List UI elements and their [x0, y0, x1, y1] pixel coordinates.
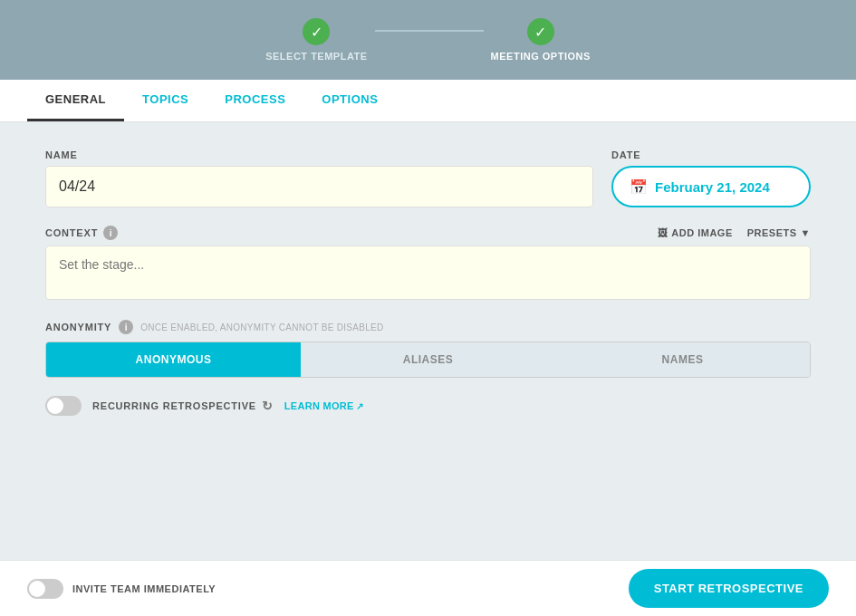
- main-content: NAME DATE 📅 February 21, 2024 CONTEXT i …: [0, 122, 856, 557]
- anon-option-anonymous[interactable]: ANONYMOUS: [46, 342, 301, 377]
- context-textarea[interactable]: [45, 245, 811, 300]
- footer: INVITE TEAM IMMEDIATELY START RETROSPECT…: [0, 560, 856, 616]
- step-1-check-icon: ✓: [311, 24, 322, 41]
- step-2-label: MEETING OPTIONS: [491, 51, 591, 62]
- presets-button[interactable]: PRESETS ▼: [747, 227, 811, 238]
- anonymity-label: ANONYMITY: [45, 322, 111, 332]
- name-input[interactable]: [45, 166, 593, 207]
- step-2: ✓ MEETING OPTIONS: [491, 18, 591, 62]
- anon-option-names[interactable]: NAMES: [555, 342, 810, 377]
- calendar-icon: 📅: [630, 178, 648, 196]
- step-2-circle: ✓: [527, 18, 554, 45]
- step-container: ✓ SELECT TEMPLATE ✓ MEETING OPTIONS: [265, 18, 591, 62]
- anonymity-info-icon: i: [119, 320, 133, 334]
- date-picker-button[interactable]: 📅 February 21, 2024: [611, 166, 811, 207]
- header: ✓ SELECT TEMPLATE ✓ MEETING OPTIONS: [0, 0, 856, 80]
- footer-left: INVITE TEAM IMMEDIATELY: [27, 579, 216, 599]
- refresh-icon: ↻: [262, 399, 274, 413]
- step-1-circle: ✓: [303, 18, 330, 45]
- presets-dropdown-icon: ▼: [801, 227, 811, 238]
- context-label-group: CONTEXT i: [45, 226, 118, 240]
- invite-toggle[interactable]: [27, 579, 63, 599]
- external-link-icon: ↗: [356, 401, 363, 411]
- date-label: DATE: [611, 149, 811, 160]
- toggle-knob: [47, 398, 63, 414]
- step-1: ✓ SELECT TEMPLATE: [265, 18, 367, 62]
- context-section: CONTEXT i 🖼 ADD IMAGE PRESETS ▼: [45, 226, 811, 303]
- context-header: CONTEXT i 🖼 ADD IMAGE PRESETS ▼: [45, 226, 811, 240]
- name-date-row: NAME DATE 📅 February 21, 2024: [45, 149, 811, 207]
- recurring-label: RECURRING RETROSPECTIVE ↻: [92, 399, 274, 413]
- image-icon: 🖼: [658, 227, 668, 238]
- anonymity-toggle: ANONYMOUS ALIASES NAMES: [45, 342, 811, 378]
- invite-toggle-knob: [29, 581, 45, 597]
- recurring-section: RECURRING RETROSPECTIVE ↻ LEARN MORE ↗: [45, 396, 811, 416]
- presets-label: PRESETS: [747, 227, 797, 238]
- learn-more-link[interactable]: LEARN MORE ↗: [284, 400, 363, 411]
- recurring-toggle[interactable]: [45, 396, 82, 416]
- add-image-button[interactable]: 🖼 ADD IMAGE: [658, 227, 733, 238]
- step-connector: [375, 30, 484, 32]
- step-1-label: SELECT TEMPLATE: [265, 51, 367, 62]
- name-label: NAME: [45, 149, 593, 160]
- add-image-label: ADD IMAGE: [671, 227, 732, 238]
- anonymity-section: ANONYMITY i ONCE ENABLED, ANONYMITY CANN…: [45, 320, 811, 378]
- context-actions: 🖼 ADD IMAGE PRESETS ▼: [658, 227, 811, 238]
- anonymity-header: ANONYMITY i ONCE ENABLED, ANONYMITY CANN…: [45, 320, 811, 334]
- tab-general[interactable]: GENERAL: [27, 80, 124, 121]
- learn-more-label: LEARN MORE: [284, 400, 354, 411]
- tab-options[interactable]: OPTIONS: [303, 80, 396, 121]
- invite-label: INVITE TEAM IMMEDIATELY: [72, 583, 216, 594]
- date-value: February 21, 2024: [655, 179, 770, 195]
- anonymity-note: ONCE ENABLED, ANONYMITY CANNOT BE DISABL…: [140, 322, 383, 332]
- name-group: NAME: [45, 149, 593, 207]
- anon-option-aliases[interactable]: ALIASES: [301, 342, 555, 377]
- start-retrospective-button[interactable]: START RETROSPECTIVE: [629, 569, 829, 608]
- tab-process[interactable]: PROCESS: [207, 80, 303, 121]
- date-group: DATE 📅 February 21, 2024: [611, 149, 811, 207]
- context-info-icon: i: [103, 226, 118, 240]
- context-label: CONTEXT: [45, 227, 98, 238]
- tab-topics[interactable]: TOPICS: [124, 80, 207, 121]
- step-2-check-icon: ✓: [534, 24, 546, 41]
- tabs-bar: GENERAL TOPICS PROCESS OPTIONS: [0, 80, 856, 122]
